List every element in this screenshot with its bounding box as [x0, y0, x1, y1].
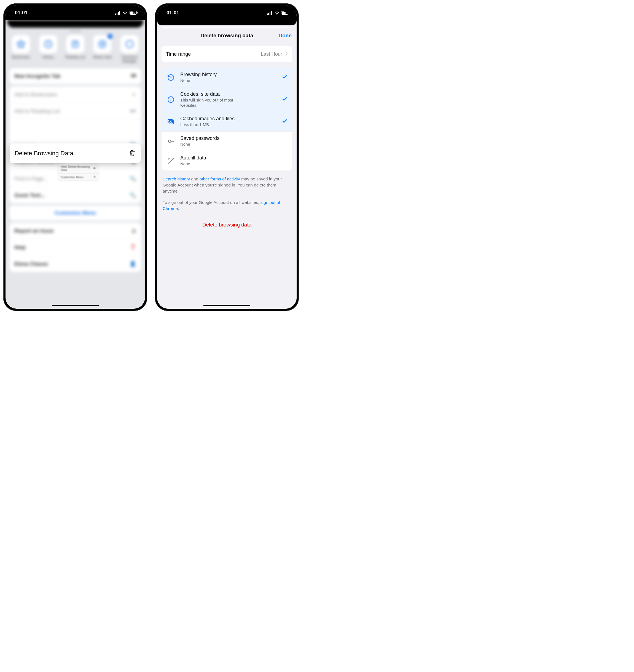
history-icon — [39, 35, 57, 53]
phone-left: 01:01 41 Bookmarks — [3, 3, 147, 311]
menu-add-reading[interactable]: Add to Reading List👓 — [9, 103, 141, 119]
sheet-header: Delete browsing data Done — [157, 28, 297, 43]
delete-browsing-data-button[interactable]: Delete browsing data — [162, 217, 292, 234]
menu-incognito[interactable]: New Incognito Tab🕶 — [9, 68, 141, 84]
wand-icon — [166, 157, 176, 165]
warning-icon: ⚠ — [131, 228, 136, 234]
cellular-icon — [115, 11, 121, 15]
svg-rect-1 — [117, 13, 117, 15]
time-range-value: Last Hour — [261, 51, 282, 57]
menu-customize[interactable]: Customize Menu — [9, 206, 141, 221]
key-icon — [166, 137, 176, 145]
check-icon — [282, 74, 288, 81]
done-button[interactable]: Done — [279, 32, 292, 39]
svg-rect-14 — [270, 12, 270, 15]
status-right: 41 — [267, 11, 289, 15]
row-autofill[interactable]: Autofill data None — [162, 151, 292, 170]
quick-bookmarks[interactable]: Bookmarks — [9, 35, 33, 63]
images-icon — [166, 118, 176, 125]
time-range-label: Time range — [166, 51, 191, 57]
quick-whats-new[interactable]: What's New — [90, 35, 114, 63]
incognito-icon: 🕶 — [131, 73, 136, 79]
svg-rect-15 — [271, 11, 272, 15]
screen-right: 01:01 41 Delete browsing data Done — [157, 5, 297, 309]
svg-rect-18 — [289, 12, 289, 14]
wifi-icon — [122, 11, 128, 15]
footer-text-1: Search history and other forms of activi… — [163, 176, 291, 194]
svg-rect-0 — [115, 14, 116, 15]
menu-account[interactable]: Elena Chavez👤 — [9, 256, 141, 272]
battery-icon: 41 — [281, 11, 289, 15]
row-cookies[interactable]: Cookies, site data This will sign you ou… — [162, 88, 292, 112]
chevron-right-icon — [285, 51, 288, 57]
status-bar: 01:01 41 — [5, 5, 145, 20]
quick-password-manager[interactable]: Password Manager — [117, 35, 142, 63]
delete-browsing-sheet: Delete browsing data Done Time range Las… — [157, 28, 297, 309]
context-hide[interactable]: Hide Delete Browsing Data 👁 — [58, 163, 99, 173]
battery-icon: 41 — [129, 11, 138, 15]
focused-label: Delete Browsing Data — [15, 150, 73, 157]
check-icon — [282, 118, 288, 125]
info-icon — [166, 96, 176, 103]
menu-zoom[interactable]: Zoom Text...🔍 — [9, 187, 141, 203]
svg-point-10 — [99, 41, 106, 48]
row-passwords[interactable]: Saved passwords None — [162, 132, 292, 151]
check-icon — [282, 96, 288, 103]
context-popover: Hide Delete Browsing Data 👁 Customize Me… — [58, 163, 99, 180]
row-browsing-history[interactable]: Browsing history None — [162, 68, 292, 88]
footer-text-2: To sign out of your Google Account on al… — [163, 200, 291, 212]
star-icon — [12, 35, 30, 53]
quick-history[interactable]: History — [36, 35, 60, 63]
zoom-icon: 🔍 — [129, 192, 136, 198]
search-icon: 🔍 — [129, 176, 136, 182]
time-range-card: Time range Last Hour — [162, 46, 292, 62]
row-cache[interactable]: Cached images and files Less than 1 MB — [162, 112, 292, 132]
status-right: 41 — [115, 11, 138, 15]
status-time: 01:01 — [167, 10, 179, 16]
reading-list-icon — [66, 35, 84, 53]
link-other-activity[interactable]: other forms of activity — [200, 177, 240, 181]
menu-help[interactable]: Help❓ — [9, 239, 141, 256]
wifi-icon — [274, 11, 279, 15]
sheet-title: Delete browsing data — [200, 32, 253, 39]
svg-point-11 — [126, 41, 133, 48]
context-customize[interactable]: Customize Menu ✎ — [58, 173, 99, 180]
quick-reading-list[interactable]: Reading List — [63, 35, 88, 63]
svg-rect-2 — [118, 12, 119, 15]
svg-text:41: 41 — [284, 11, 286, 14]
trash-icon — [129, 149, 136, 158]
star-outline-icon: ☆ — [131, 91, 136, 98]
account-icon: 👤 — [129, 261, 136, 267]
svg-rect-6 — [137, 12, 138, 14]
cellular-icon — [267, 11, 272, 15]
menu-report[interactable]: Report an Issue⚠ — [9, 223, 141, 239]
svg-rect-12 — [267, 14, 268, 15]
svg-rect-3 — [119, 11, 120, 15]
link-search-history[interactable]: Search history — [163, 177, 190, 181]
focused-delete-browsing-data[interactable]: Delete Browsing Data — [10, 143, 141, 163]
home-indicator[interactable] — [203, 305, 250, 306]
svg-point-24 — [168, 140, 171, 142]
data-types-card: Browsing history None Cookies, site data… — [162, 68, 292, 170]
menu-add-bookmarks[interactable]: Add to Bookmarks☆ — [9, 86, 141, 103]
history-icon — [166, 74, 176, 82]
phone-right: 01:01 41 Delete browsing data Done — [155, 3, 299, 311]
time-range-row[interactable]: Time range Last Hour — [162, 46, 292, 62]
status-time: 01:01 — [15, 10, 28, 16]
screen-left: 01:01 41 Bookmarks — [5, 5, 145, 309]
glasses-icon: 👓 — [129, 108, 136, 114]
compass-icon — [93, 35, 112, 53]
home-indicator[interactable] — [52, 305, 99, 306]
eye-icon: 👁 — [93, 167, 96, 170]
key-icon — [120, 35, 139, 53]
help-icon: ❓ — [129, 244, 136, 251]
svg-text:41: 41 — [132, 11, 135, 14]
status-bar: 01:01 41 — [157, 5, 297, 20]
svg-rect-13 — [268, 13, 269, 15]
pencil-icon: ✎ — [94, 175, 96, 179]
